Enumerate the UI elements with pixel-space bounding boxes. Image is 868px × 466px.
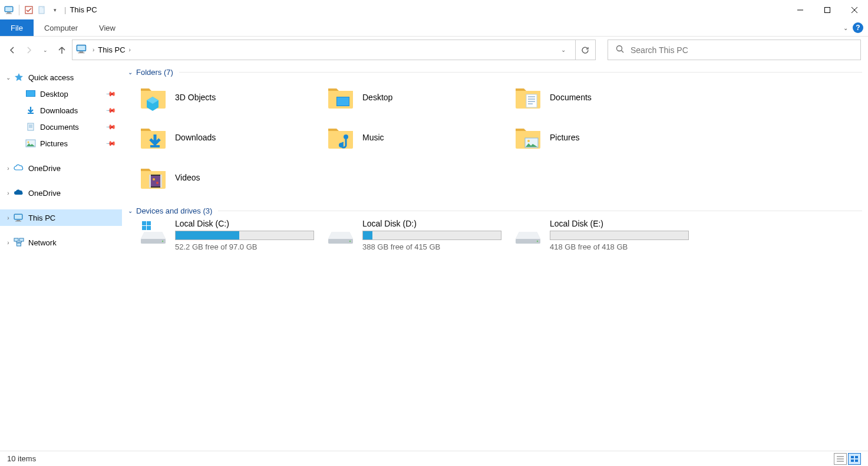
sidebar-item-desktop[interactable]: Desktop 📌 <box>0 86 122 102</box>
tab-view[interactable]: View <box>88 19 126 36</box>
refresh-button[interactable] <box>575 40 596 60</box>
folder-item[interactable]: Desktop <box>326 80 513 114</box>
svg-point-14 <box>617 46 622 51</box>
quick-access-toolbar: ▾ <box>4 4 61 16</box>
svg-point-57 <box>537 241 538 242</box>
recent-dropdown[interactable]: ⌄ <box>40 45 51 55</box>
chevron-right-icon[interactable]: › <box>4 190 13 196</box>
desktop-icon <box>25 88 37 99</box>
sidebar-item-thispc[interactable]: › This PC <box>0 209 122 226</box>
drive-item[interactable]: Local Disk (C:) 52.2 GB free of 97.0 GB <box>138 219 326 251</box>
qat-dropdown-icon[interactable]: ▾ <box>49 4 61 16</box>
sidebar-item-onedrive[interactable]: › OneDrive <box>0 160 122 176</box>
folder-icon <box>138 164 168 191</box>
forward-button[interactable] <box>24 45 34 55</box>
divider <box>218 211 862 211</box>
minimize-button[interactable] <box>787 0 814 19</box>
pc-icon <box>13 212 25 223</box>
sidebar-item-downloads[interactable]: Downloads 📌 <box>0 102 122 119</box>
breadcrumb-thispc[interactable]: This PC <box>98 45 125 54</box>
folder-name: Documents <box>550 93 592 102</box>
drive-usage-bar <box>175 231 314 240</box>
drive-usage-bar <box>550 231 689 240</box>
star-icon <box>13 72 25 83</box>
folder-item[interactable]: Pictures <box>513 120 701 155</box>
chevron-right-icon[interactable]: › <box>93 47 94 53</box>
svg-rect-3 <box>6 13 12 14</box>
search-icon <box>615 44 625 55</box>
svg-rect-56 <box>516 239 540 244</box>
drive-name: Local Disk (C:) <box>175 219 314 228</box>
svg-rect-26 <box>16 220 20 221</box>
drive-free-text: 418 GB free of 418 GB <box>550 242 689 251</box>
svg-rect-28 <box>14 238 18 241</box>
view-tiles-button[interactable] <box>848 453 861 465</box>
chevron-right-icon[interactable]: › <box>4 239 13 246</box>
svg-rect-51 <box>147 221 151 225</box>
svg-rect-25 <box>15 215 22 219</box>
folder-name: Pictures <box>550 133 580 142</box>
up-button[interactable] <box>57 45 67 55</box>
svg-rect-44 <box>149 175 151 188</box>
sidebar-label: Quick access <box>28 73 74 82</box>
sidebar-item-pictures[interactable]: Pictures 📌 <box>0 135 122 152</box>
chevron-right-icon[interactable]: › <box>129 47 131 53</box>
folder-item[interactable]: Music <box>326 120 513 155</box>
search-box[interactable] <box>608 40 861 60</box>
back-button[interactable] <box>7 45 18 55</box>
chevron-down-icon[interactable]: ⌄ <box>4 74 13 81</box>
address-bar[interactable]: › This PC › ⌄ <box>72 40 576 60</box>
svg-line-9 <box>852 7 857 13</box>
svg-rect-62 <box>855 456 858 458</box>
maximize-button[interactable] <box>814 0 841 19</box>
drive-item[interactable]: Local Disk (D:) 388 GB free of 415 GB <box>326 219 513 251</box>
folder-item[interactable]: Documents <box>513 80 701 114</box>
folder-item[interactable]: 3D Objects <box>138 80 326 114</box>
chevron-down-icon: ⌄ <box>128 208 133 214</box>
view-details-button[interactable] <box>834 453 847 465</box>
drive-icon <box>138 219 168 246</box>
sidebar-item-quickaccess[interactable]: ⌄ Quick access <box>0 69 122 86</box>
svg-rect-61 <box>851 456 854 458</box>
close-button[interactable] <box>841 0 868 19</box>
search-input[interactable] <box>631 45 853 55</box>
properties-icon[interactable] <box>23 4 35 16</box>
ribbon-expand-icon[interactable]: ⌄ <box>843 25 848 31</box>
svg-line-15 <box>622 51 624 53</box>
document-icon <box>25 122 37 132</box>
sidebar-item-documents[interactable]: Documents 📌 <box>0 119 122 135</box>
folder-name: Videos <box>175 173 200 182</box>
drive-info: Local Disk (E:) 418 GB free of 418 GB <box>550 219 701 251</box>
title-bar: ▾ | This PC <box>0 0 868 19</box>
folder-name: Music <box>362 133 384 142</box>
address-dropdown[interactable]: ⌄ <box>555 47 572 53</box>
group-header-folders[interactable]: ⌄ Folders (7) <box>128 68 862 77</box>
svg-rect-17 <box>27 91 35 96</box>
new-folder-icon[interactable] <box>36 4 48 16</box>
group-header-drives[interactable]: ⌄ Devices and drives (3) <box>128 206 862 215</box>
svg-rect-12 <box>80 51 84 52</box>
folder-icon <box>513 84 543 111</box>
folder-item[interactable]: Downloads <box>138 120 326 155</box>
tab-computer[interactable]: Computer <box>34 19 88 36</box>
ribbon-tabs: File Computer View ⌄ ? <box>0 19 868 37</box>
drive-item[interactable]: Local Disk (E:) 418 GB free of 418 GB <box>513 219 701 251</box>
picture-icon <box>25 138 37 149</box>
chevron-right-icon[interactable]: › <box>4 215 13 221</box>
sidebar-item-network[interactable]: › Network <box>0 234 122 251</box>
folder-name: 3D Objects <box>175 93 216 102</box>
folder-item[interactable]: Videos <box>138 160 326 195</box>
folder-icon <box>326 84 355 111</box>
onedrive-icon <box>13 163 25 173</box>
pc-icon <box>76 44 89 57</box>
tab-file[interactable]: File <box>0 19 34 36</box>
pin-icon: 📌 <box>105 104 116 116</box>
svg-rect-54 <box>328 239 353 244</box>
tab-computer-label: Computer <box>44 24 78 32</box>
help-button[interactable]: ? <box>853 22 863 33</box>
chevron-right-icon[interactable]: › <box>4 165 13 172</box>
drive-icon <box>513 219 543 246</box>
separator <box>19 5 19 15</box>
folder-icon <box>138 84 168 111</box>
sidebar-item-onedrive[interactable]: › OneDrive <box>0 185 122 201</box>
